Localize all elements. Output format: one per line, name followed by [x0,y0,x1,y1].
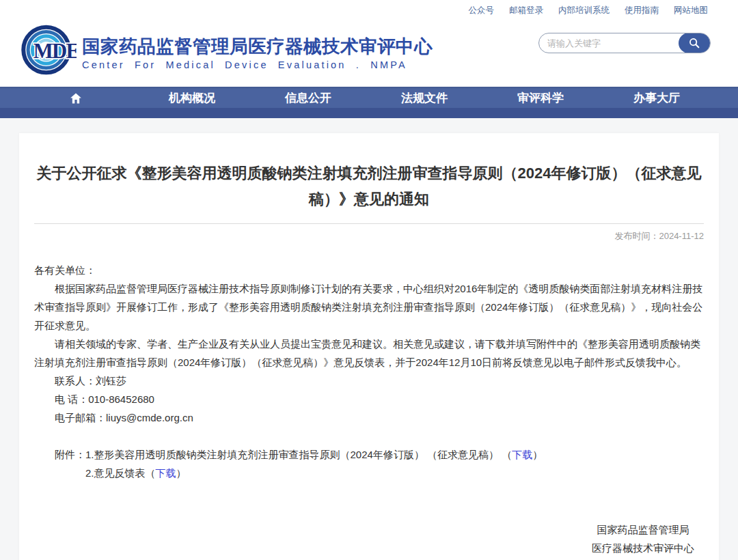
topbar-link-wechat[interactable]: 公众号 [469,5,495,16]
signature-org-2: 医疗器械技术审评中心 [592,539,694,557]
logo-text-block: 国家药品监督管理局医疗器械技术审评中心 Center For Medical D… [82,36,433,70]
search-box [538,33,711,53]
nav-item-service-hall[interactable]: 办事大厅 [599,87,715,109]
paragraph-1: 根据国家药品监督管理局医疗器械注册技术指导原则制修订计划的有关要求，中心组织对2… [34,279,704,335]
contact-email-line: 电子邮箱：liuys@cmde.org.cn [34,408,704,427]
attachment-1-text: 附件：1.整形美容用透明质酸钠类注射填充剂注册审查指导原则（2024年修订版） … [55,449,502,460]
article-card: 关于公开征求《整形美容用透明质酸钠类注射填充剂注册审查指导原则（2024年修订版… [19,133,719,560]
nav-item-home[interactable] [18,87,134,109]
nav-list: 机构概况 信息公开 法规文件 审评科学 办事大厅 [0,87,718,109]
nav-item-about[interactable]: 机构概况 [134,87,250,109]
topbar-link-training-system[interactable]: 内部培训系统 [558,5,610,16]
search-button[interactable] [679,33,710,53]
topbar-link-mail-login[interactable]: 邮箱登录 [509,5,543,16]
publish-date: 发布时间：2024-11-12 [34,230,704,242]
greeting-line: 各有关单位： [34,261,704,279]
attachment-1-paren-close: ） [532,449,543,460]
article-title: 关于公开征求《整形美容用透明质酸钠类注射填充剂注册审查指导原则（2024年修订版… [34,160,704,212]
org-name-cn: 国家药品监督管理局医疗器械技术审评中心 [82,36,433,57]
article-body: 各有关单位： 根据国家药品监督管理局医疗器械注册技术指导原则制修订计划的有关要求… [34,261,704,560]
attachment-line-1: 附件：1.整形美容用透明质酸钠类注射填充剂注册审查指导原则（2024年修订版） … [34,445,704,464]
attachment-2-text: 2.意见反馈表 [85,467,146,479]
contact-phone-line: 电 话：010-86452680 [34,390,704,408]
logo-acronym-text: MDE [33,40,77,63]
contact-name-line: 联系人：刘钰莎 [34,372,704,390]
title-divider [34,223,704,224]
cmde-logo-icon: MDE [20,22,77,78]
search-input[interactable] [539,38,679,48]
nav-item-review-science[interactable]: 审评科学 [482,87,599,109]
topbar-link-user-guide[interactable]: 使用指南 [625,5,659,16]
paragraph-2: 请相关领域的专家、学者、生产企业及有关从业人员提出宝贵意见和建议。相关意见或建议… [34,335,704,372]
site-logo[interactable]: MDE 国家药品监督管理局医疗器械技术审评中心 Center For Medic… [20,20,433,78]
attachment-2-paren-open: （ [146,467,156,479]
search-icon [688,37,700,49]
signature-block: 国家药品监督管理局 医疗器械技术审评中心 2024年11月11日 [592,520,694,560]
signature-org-1: 国家药品监督管理局 [592,520,694,539]
attachment-2-paren-close: ） [176,467,187,479]
top-utility-bar: 公众号 邮箱登录 内部培训系统 使用指南 网站地图 [0,0,738,20]
org-name-en: Center For Medical Device Evaluation . N… [82,59,433,70]
attachment-1-paren-open: （ [502,449,512,460]
topbar-link-sitemap[interactable]: 网站地图 [674,5,708,16]
attachment-2-download-link[interactable]: 下载 [156,467,176,479]
nav-item-info-disclosure[interactable]: 信息公开 [250,87,366,109]
nav-item-regulations[interactable]: 法规文件 [366,87,482,109]
attachment-line-2: 2.意见反馈表（下载） [34,464,704,482]
attachment-1-download-link[interactable]: 下载 [512,449,532,460]
site-header: MDE 国家药品监督管理局医疗器械技术审评中心 Center For Medic… [0,20,738,87]
page: 公众号 邮箱登录 内部培训系统 使用指南 网站地图 MDE 国家药品监督管理局医… [0,0,738,560]
home-icon [69,92,83,105]
main-nav: 机构概况 信息公开 法规文件 审评科学 办事大厅 [0,87,738,118]
signature-date: 2024年11月11日 [592,557,694,560]
content-area: 关于公开征求《整形美容用透明质酸钠类注射填充剂注册审查指导原则（2024年修订版… [0,118,738,560]
